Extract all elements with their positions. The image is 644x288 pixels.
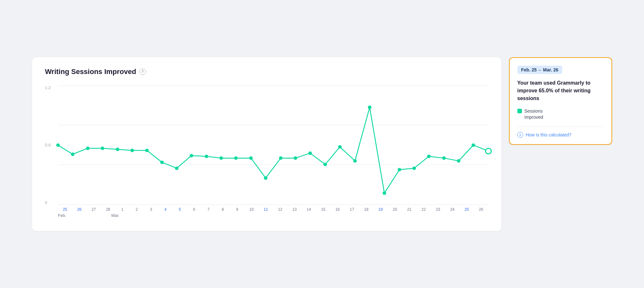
info-card: Feb. 25 – Mar. 26 Your team used Grammar… [509, 57, 612, 145]
x-label: 23 [431, 207, 445, 212]
chart-header: Writing Sessions Improved ? [45, 68, 488, 76]
x-label: 26 [72, 207, 87, 212]
divider [517, 126, 604, 127]
svg-point-9 [130, 148, 134, 152]
x-label: 17 [345, 207, 359, 212]
info-circle-icon: i [517, 132, 523, 138]
help-icon[interactable]: ? [139, 69, 146, 75]
svg-point-27 [398, 168, 401, 171]
svg-point-24 [353, 159, 357, 163]
date-dash: – [539, 67, 541, 72]
calc-link-text: How is this calculated? [526, 132, 572, 137]
svg-point-28 [412, 166, 416, 170]
svg-point-10 [145, 148, 149, 152]
date-range-badge: Feb. 25 – Mar. 26 [517, 66, 562, 74]
svg-point-7 [101, 146, 104, 150]
legend-label: SessionsImproved [524, 108, 543, 121]
svg-point-33 [485, 148, 491, 153]
x-label: 9 [230, 207, 245, 212]
svg-point-31 [457, 159, 460, 163]
x-label: 1 [115, 207, 130, 212]
x-axis-area: 25 26 27 28 1 2 3 4 5 6 7 8 9 10 11 12 1 [58, 205, 488, 221]
month-label-mar: Mar. [111, 213, 120, 218]
svg-point-26 [382, 191, 386, 195]
x-label: 7 [201, 207, 216, 212]
x-label: 8 [216, 207, 230, 212]
svg-point-18 [264, 176, 267, 180]
svg-point-25 [368, 106, 371, 109]
svg-point-32 [471, 143, 475, 147]
y-label-bottom: 0 [45, 200, 51, 205]
x-label: 14 [302, 207, 316, 212]
x-labels-row: 25 26 27 28 1 2 3 4 5 6 7 8 9 10 11 12 1 [58, 205, 488, 212]
chart-plot [58, 86, 488, 205]
x-month-row: Feb. Mar. [58, 212, 488, 218]
svg-point-30 [442, 156, 446, 160]
svg-point-16 [234, 156, 237, 160]
date-from: Feb. 25 [521, 67, 537, 72]
svg-point-19 [279, 156, 282, 160]
line-chart-svg [58, 86, 488, 205]
x-label: 6 [187, 207, 201, 212]
x-label: 20 [388, 207, 402, 212]
x-label: 5 [173, 207, 187, 212]
x-label: 12 [273, 207, 287, 212]
x-label: 25 [459, 207, 474, 212]
x-label: 24 [445, 207, 460, 212]
svg-point-6 [86, 146, 89, 150]
x-label: 16 [331, 207, 345, 212]
x-label: 13 [287, 207, 302, 212]
svg-point-5 [71, 152, 74, 156]
x-label: 25 [58, 207, 72, 212]
svg-point-4 [56, 143, 60, 147]
svg-point-11 [160, 160, 164, 164]
chart-area: 1.2 0.6 0 [45, 86, 488, 221]
x-label: 26 [474, 207, 488, 212]
svg-point-17 [249, 156, 253, 160]
chart-title: Writing Sessions Improved [45, 68, 136, 76]
svg-point-15 [219, 156, 223, 160]
x-label: 3 [144, 207, 159, 212]
x-label: 28 [101, 207, 115, 212]
legend-row: SessionsImproved [517, 108, 604, 121]
svg-point-8 [116, 147, 119, 151]
svg-point-21 [308, 151, 312, 155]
x-label: 27 [87, 207, 101, 212]
x-label: 4 [158, 207, 173, 212]
x-label: 19 [373, 207, 388, 212]
x-label: 22 [417, 207, 431, 212]
y-axis-labels: 1.2 0.6 0 [45, 86, 51, 205]
legend-color-swatch [517, 109, 522, 113]
x-label: 2 [130, 207, 144, 212]
month-label-feb: Feb. [58, 213, 66, 218]
svg-point-12 [175, 166, 178, 170]
x-label: 18 [359, 207, 374, 212]
x-label: 10 [244, 207, 259, 212]
page-container: Writing Sessions Improved ? 1.2 0.6 0 [32, 57, 612, 231]
svg-point-13 [189, 154, 193, 157]
chart-card: Writing Sessions Improved ? 1.2 0.6 0 [32, 57, 501, 231]
insight-text: Your team used Grammarly to improve 65.0… [517, 79, 604, 102]
x-label: 15 [316, 207, 331, 212]
y-label-mid: 0.6 [45, 143, 51, 147]
svg-point-22 [323, 163, 327, 166]
y-label-top: 1.2 [45, 86, 51, 90]
svg-point-29 [427, 154, 430, 158]
svg-point-23 [338, 145, 341, 149]
svg-point-20 [293, 156, 297, 160]
svg-point-14 [205, 154, 208, 158]
x-label: 11 [259, 207, 273, 212]
date-to: Mar. 26 [543, 67, 558, 72]
how-calculated-link[interactable]: i How is this calculated? [517, 132, 604, 138]
x-label: 21 [402, 207, 417, 212]
